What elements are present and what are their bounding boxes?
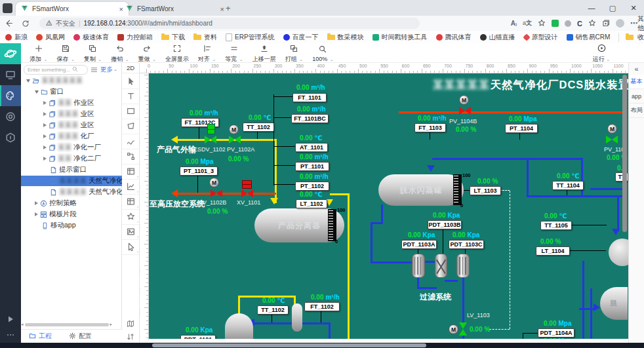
tab-workspaces-icon[interactable] — [3, 3, 12, 13]
valve-icon[interactable] — [241, 189, 253, 197]
hmi-tag-LT_1103[interactable]: LT_1103 — [470, 186, 501, 195]
rail-component-icon[interactable] — [0, 127, 21, 148]
favorites-bar-icon[interactable] — [588, 19, 596, 28]
panel-tab-基本[interactable]: 基本 — [629, 75, 644, 89]
mode-2d-label[interactable]: 2D — [122, 63, 139, 73]
list-view-icon[interactable] — [91, 66, 98, 73]
browser-tab-2[interactable]: FSmartWorx × — [121, 2, 230, 16]
tool-swap[interactable] — [122, 330, 139, 343]
hmi-tag-AT_1101[interactable]: AT_1101 — [295, 143, 328, 152]
tree-item[interactable]: 移动app — [21, 220, 136, 231]
tool-shape[interactable]: › — [122, 209, 139, 225]
favorites-icon[interactable] — [538, 19, 546, 28]
bookmark-原型设计[interactable]: 原型设计 — [524, 33, 558, 42]
panel-tab-布局[interactable]: 布局 — [629, 104, 644, 118]
collapse-panel-button[interactable]: « — [629, 63, 644, 75]
fsmartworx-logo-icon[interactable] — [0, 43, 21, 64]
expander-icon[interactable] — [43, 134, 47, 138]
bookmark-山猫直播[interactable]: 山猫直播 — [480, 33, 515, 42]
expander-icon[interactable] — [43, 145, 47, 149]
valve-icon[interactable] — [229, 136, 241, 144]
hmi-tag-TT_1102[interactable]: TT_1102 — [257, 305, 289, 315]
run-button[interactable]: 运行 ⌄ — [586, 43, 617, 63]
hmi-tag-PT_1101_3[interactable]: PT_1101_3 — [180, 166, 218, 176]
hmi-tag-PT_1102[interactable]: PT_1102 — [295, 182, 329, 191]
toolbar-group-button[interactable]: 打组 ⌄ — [281, 43, 308, 63]
tool-pointer[interactable]: › — [122, 239, 139, 255]
collections-icon[interactable] — [602, 19, 610, 28]
bookmark-数采模块[interactable]: 数采模块 — [327, 33, 364, 42]
vessel-dome[interactable] — [225, 313, 253, 339]
profile-avatar[interactable] — [616, 19, 624, 28]
tree-item[interactable]: 某某某某某某 — [21, 75, 127, 86]
read-aloud-icon[interactable]: A) — [511, 20, 517, 27]
back-icon[interactable] — [0, 19, 17, 28]
tool-text[interactable] — [122, 88, 139, 104]
valve-icon[interactable] — [459, 322, 467, 336]
browser-tab-1[interactable]: FSmartWorx × — [16, 2, 129, 16]
toolbar-fullscreen-button[interactable]: 全屏显示 — [161, 43, 193, 63]
hmi-tag-TT_1102[interactable]: TT_1102 — [243, 123, 274, 132]
toolbar-copy-button[interactable]: 复制 ⌄ — [79, 43, 106, 63]
toolbar-equal-button[interactable]: 等宽 ⌄ — [220, 43, 247, 63]
toolbar-plus-button[interactable]: 添加 ⌄ — [25, 43, 52, 63]
panel-tab-app[interactable]: app — [629, 89, 644, 104]
tool-cursor[interactable] — [122, 73, 139, 89]
expander-icon[interactable] — [35, 90, 39, 94]
rail-play-icon[interactable] — [7, 314, 14, 326]
tool-image[interactable]: › — [122, 224, 139, 240]
bookmark-凤凰网[interactable]: 凤凰网 — [36, 33, 65, 42]
filter-vessel[interactable] — [435, 254, 447, 278]
bookmark-力控邮箱[interactable]: 力控邮箱 — [117, 33, 153, 42]
close-button[interactable]: ✕ — [623, 0, 644, 16]
other-bookmarks[interactable]: 其他收藏夹 — [618, 33, 644, 42]
vessel-cyl[interactable] — [292, 303, 302, 332]
hmi-tag-FT_1102[interactable]: FT_1102 — [304, 302, 340, 311]
hmi-tag-TT_1104[interactable]: TT_1104 — [552, 181, 584, 190]
motor-icon[interactable]: M — [607, 124, 617, 134]
more-icon[interactable]: ⋯ — [630, 19, 637, 28]
expander-icon[interactable] — [43, 123, 47, 127]
tool-table[interactable]: › — [122, 194, 139, 210]
toolbar-save-button[interactable]: 保存 ⌄ — [52, 43, 79, 63]
toolbar-align-button[interactable]: 对齐 ⌄ — [193, 43, 220, 63]
vessel-脱[interactable]: 脱 — [600, 287, 628, 320]
rail-dots-icon[interactable] — [7, 330, 14, 341]
valve-icon[interactable] — [459, 107, 471, 115]
bookmark-腾讯体育[interactable]: 腾讯体育 — [436, 33, 472, 42]
tab-配置[interactable]: 配置 — [69, 332, 92, 341]
tab-close-icon[interactable]: × — [220, 5, 224, 13]
expander-icon[interactable] — [43, 112, 47, 116]
tree-item[interactable]: 控制策略 — [21, 198, 136, 208]
hmi-tag-PT_1104[interactable]: PT_1104 — [505, 124, 538, 133]
hmi-tag-FT_1101[interactable]: FT_1101 — [292, 93, 327, 102]
tool-map[interactable] — [122, 317, 139, 330]
maximize-button[interactable]: ▢ — [602, 0, 623, 16]
extension-green-icon[interactable] — [552, 20, 559, 27]
filter-vessel[interactable] — [456, 254, 470, 278]
tool-transform[interactable] — [122, 149, 139, 164]
expander-icon[interactable] — [35, 201, 38, 205]
tab-工程[interactable]: 工程 — [29, 332, 52, 341]
toolbar-undo-button[interactable]: 撤销 ⌄ — [106, 43, 133, 63]
bookmark-时间戳转换工具[interactable]: 时间戳转换工具 — [372, 33, 428, 42]
hmi-tag-PDT_1103C[interactable]: PDT_1103C — [449, 240, 484, 249]
hmi-tag-PT_1101[interactable]: PT_1101 — [295, 162, 329, 171]
rail-palette-icon[interactable] — [0, 85, 21, 106]
tool-polygon[interactable] — [122, 119, 139, 134]
tree-item[interactable]: 模板片段 — [21, 209, 136, 220]
translate-icon[interactable]: a文 — [523, 19, 532, 28]
extension-gray-icon[interactable] — [565, 20, 571, 27]
hmi-tag-PDT_1103B[interactable]: PDT_1103B — [428, 220, 462, 229]
hmi-tag-PDT_1104A[interactable]: PDT_1104A — [538, 328, 574, 338]
hmi-tag-LT_1104[interactable]: LT_1104 — [536, 246, 570, 256]
extension-c-icon[interactable]: C — [577, 20, 582, 28]
tool-panel[interactable]: › — [122, 164, 139, 180]
tool-chart[interactable]: › — [122, 179, 139, 195]
url-field[interactable]: 不安全 | 192.168.0.124:3000/#/admin/hmi/das… — [39, 18, 420, 29]
bookmark-新浪[interactable]: 新浪 — [5, 33, 28, 42]
toolbar-uplayer-button[interactable]: 上移一层 — [248, 43, 281, 63]
vessel-脱水闪蒸罐[interactable]: 脱水闪蒸罐 — [378, 174, 464, 206]
tool-rect[interactable] — [122, 104, 139, 119]
search-input[interactable]: Enter something... — [24, 65, 88, 75]
